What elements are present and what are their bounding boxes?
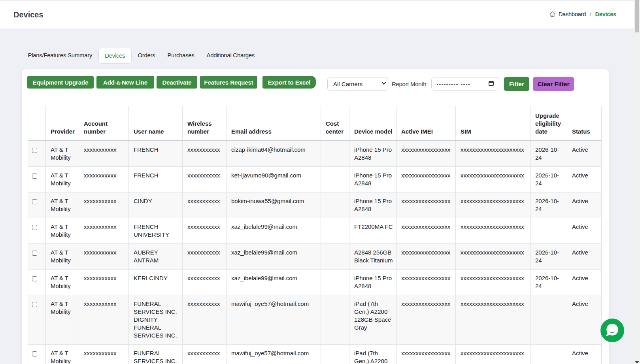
cell-email: xaz_ibelale99@mail.com <box>227 269 321 295</box>
cell-status: Active <box>567 192 602 218</box>
row-checkbox[interactable] <box>32 276 37 281</box>
cell-sim: xxxxxxxxxxxxxxxxxxxxxx <box>456 344 531 364</box>
cell-account: xxxxxxxxxxx <box>79 192 129 218</box>
row-checkbox-cell <box>28 295 46 344</box>
column-header-cost-center: Cost center <box>321 106 349 141</box>
cell-cost <box>321 344 349 364</box>
carrier-select[interactable]: All Carriers <box>327 77 388 91</box>
cell-device: A2848 256GB Black Titanium <box>349 243 396 269</box>
row-checkbox-cell <box>28 218 46 243</box>
cell-account: xxxxxxxxxxx <box>79 166 129 192</box>
equipment-upgrade-button[interactable]: Equipment Upgrade <box>27 76 94 89</box>
cell-wireless: xxxxxxxxxxx <box>183 166 227 192</box>
column-header-status: Status <box>567 106 602 141</box>
devices-table: ProviderAccount numberUser nameWireless … <box>28 106 602 364</box>
breadcrumb-separator: / <box>589 11 592 17</box>
cell-imei: xxxxxxxxxxxxxxxxx <box>396 243 456 269</box>
table-row: AT & T MobilityxxxxxxxxxxxCINDYxxxxxxxxx… <box>28 192 602 218</box>
chat-widget-button[interactable] <box>600 319 624 342</box>
table-row: AT & T MobilityxxxxxxxxxxxFRENCHxxxxxxxx… <box>28 166 602 192</box>
top-divider <box>0 0 634 1</box>
cell-user: CINDY <box>129 192 183 218</box>
cell-imei: xxxxxxxxxxxxxxxxx <box>396 344 456 364</box>
cell-account: xxxxxxxxxxx <box>79 243 129 269</box>
row-checkbox[interactable] <box>32 199 37 204</box>
cell-sim: xxxxxxxxxxxxxxxxxxxxxx <box>456 141 531 167</box>
features-request-button[interactable]: Features Request <box>200 76 257 89</box>
cell-provider: AT & T Mobility <box>46 192 79 218</box>
devices-table-wrap: ProviderAccount numberUser nameWireless … <box>28 106 601 364</box>
cell-cost <box>321 141 349 167</box>
cell-email: mawifuj_oye57@hotmail.com <box>227 295 321 344</box>
cell-user: FUNERAL SERVICES INC. <box>129 344 183 364</box>
table-row: AT & T MobilityxxxxxxxxxxxFUNERAL SERVIC… <box>28 344 602 364</box>
deactivate-button[interactable]: Deactivate <box>157 76 197 89</box>
tab-devices[interactable]: Devices <box>98 48 132 64</box>
page-title: Devices <box>13 10 43 19</box>
row-checkbox-cell <box>28 166 46 192</box>
column-header-sim: SIM <box>456 106 531 141</box>
cell-upgrade: 2026-10-24 <box>531 269 567 295</box>
filter-button[interactable]: Filter <box>504 77 529 91</box>
calendar-icon[interactable] <box>488 80 494 86</box>
cell-user: KERI CINDY <box>129 269 183 295</box>
cell-wireless: xxxxxxxxxxx <box>183 295 227 344</box>
cell-provider: AT & T Mobility <box>46 166 79 192</box>
row-checkbox[interactable] <box>32 148 37 153</box>
cell-sim: xxxxxxxxxxxxxxxxxxxxxx <box>456 243 531 269</box>
breadcrumb-dashboard[interactable]: Dashboard <box>559 11 586 17</box>
cell-wireless: xxxxxxxxxxx <box>183 218 227 243</box>
tab-purchases[interactable]: Purchases <box>161 48 200 63</box>
row-checkbox[interactable] <box>32 174 37 179</box>
cell-provider: AT & T Mobility <box>46 218 79 243</box>
column-header-email-address: Email address <box>227 106 321 141</box>
tab-plans-features-summary[interactable]: Plans/Features Summary <box>22 48 98 63</box>
column-header-user-name: User name <box>129 106 183 141</box>
tab-additional-charges[interactable]: Additional Charges <box>200 48 261 63</box>
table-row: AT & T MobilityxxxxxxxxxxxAUBREY ANTRAMx… <box>28 243 602 269</box>
content-card: Export to ExcelFeatures RequestDeactivat… <box>22 69 609 364</box>
column-header-wireless-number: Wireless number <box>183 106 227 141</box>
cell-sim: xxxxxxxxxxxxxxxxxxxxxx <box>456 269 531 295</box>
cell-device: iPad (7th Gen.) A2200 <box>349 344 396 364</box>
add-a-new-line-button[interactable]: Add-a-New Line <box>96 76 154 89</box>
row-checkbox-cell <box>28 344 46 364</box>
cell-cost <box>321 295 349 344</box>
report-month-input[interactable]: --------- ---- <box>431 77 499 91</box>
cell-status: Active <box>567 269 602 295</box>
home-icon[interactable] <box>549 11 555 17</box>
scrollbar-down-arrow[interactable] <box>635 361 639 364</box>
cell-imei: xxxxxxxxxxxxxxxxx <box>396 141 456 167</box>
scrollbar-track[interactable] <box>634 0 640 364</box>
cell-account: xxxxxxxxxxx <box>79 269 129 295</box>
cell-imei: xxxxxxxxxxxxxxxxx <box>396 218 456 243</box>
row-checkbox[interactable] <box>32 351 37 356</box>
scrollbar-thumb[interactable] <box>635 0 639 32</box>
cell-device: iPad (7th Gen.) A2200 128GB Space Gray <box>349 295 396 344</box>
cell-status: Active <box>567 166 602 192</box>
clear-filter-button[interactable]: Clear Filter <box>533 77 574 91</box>
cell-imei: xxxxxxxxxxxxxxxxx <box>396 166 456 192</box>
cell-upgrade: 2026-10-24 <box>531 192 567 218</box>
cell-email: bokim-inuwa55@gmail.com <box>227 192 321 218</box>
cell-device: iPhone 15 Pro A2848 <box>349 269 396 295</box>
table-row: AT & T MobilityxxxxxxxxxxxKERI CINDYxxxx… <box>28 269 602 295</box>
cell-account: xxxxxxxxxxx <box>79 218 129 243</box>
row-checkbox[interactable] <box>32 302 37 307</box>
cell-imei: xxxxxxxxxxxxxxxxx <box>396 295 456 344</box>
cell-account: xxxxxxxxxxx <box>79 295 129 344</box>
cell-provider: AT & T Mobility <box>46 295 79 344</box>
cell-cost <box>321 218 349 243</box>
cell-cost <box>321 192 349 218</box>
tab-orders[interactable]: Orders <box>132 48 161 63</box>
row-checkbox[interactable] <box>32 225 37 230</box>
cell-status: Active <box>567 141 602 167</box>
export-to-excel-button[interactable]: Export to Excel <box>262 76 316 89</box>
cell-provider: AT & T Mobility <box>46 141 79 167</box>
cell-wireless: xxxxxxxxxxx <box>183 344 227 364</box>
cell-cost <box>321 166 349 192</box>
row-checkbox[interactable] <box>32 251 37 256</box>
cell-wireless: xxxxxxxxxxx <box>183 192 227 218</box>
table-row: AT & T MobilityxxxxxxxxxxxFUNERAL SERVIC… <box>28 295 602 344</box>
cell-status: Active <box>567 218 602 243</box>
